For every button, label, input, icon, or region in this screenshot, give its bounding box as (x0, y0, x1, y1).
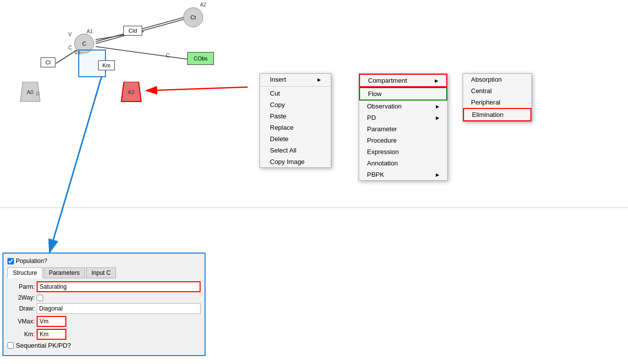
menu-item-select-all[interactable]: Select All (260, 145, 331, 156)
svg-text:C: C (68, 45, 72, 51)
panel-top-bar: Population? (7, 258, 201, 264)
submenu-pbpk[interactable]: PBPK ▶ (359, 169, 447, 180)
submenu-observation[interactable]: Observation ▶ (359, 101, 447, 112)
menu-item-delete[interactable]: Delete (260, 133, 331, 145)
menu-item-paste[interactable]: Paste (260, 110, 331, 122)
submenu-compartment[interactable]: Compartment ▶ (359, 74, 447, 87)
population-checkbox[interactable] (7, 258, 14, 264)
submenu-central[interactable]: Central (463, 85, 531, 97)
node-a3[interactable]: A3 (119, 82, 144, 103)
menu-item-replace[interactable]: Replace (260, 122, 331, 133)
2way-label: 2Way: (7, 294, 35, 301)
menu-item-copy-image[interactable]: Copy Image (260, 156, 331, 167)
node-cl[interactable]: Cl (41, 57, 55, 67)
submenu-pd[interactable]: PD ▶ (359, 112, 447, 123)
node-cid[interactable]: CId (123, 26, 142, 36)
compartment-submenu: Absorption Central Peripheral Eliminatio… (463, 73, 532, 122)
submenu-annotation[interactable]: Annotation (359, 157, 447, 169)
panel-row-parm: Parm: (7, 281, 201, 292)
svg-line-16 (146, 87, 248, 91)
panel-row-vmax: VMax: 设置名称 (7, 316, 201, 327)
svg-line-3 (96, 47, 189, 59)
svg-text:A3: A3 (128, 89, 134, 95)
vmax-label: VMax: (7, 318, 35, 325)
submenu-procedure[interactable]: Procedure (359, 135, 447, 146)
sequential-checkbox[interactable] (7, 342, 14, 349)
draw-input[interactable] (37, 303, 201, 314)
node-cobs[interactable]: CObs (187, 52, 214, 65)
menu-item-insert[interactable]: Insert (260, 74, 331, 85)
submenu-parameter[interactable]: Parameter (359, 123, 447, 135)
tab-input-c[interactable]: Input C (86, 267, 116, 278)
menu-separator-1 (260, 86, 331, 87)
svg-line-5 (56, 50, 78, 63)
context-menu: Insert Cut Copy Paste Replace Delete Sel… (260, 73, 331, 168)
menu-item-copy[interactable]: Copy (260, 99, 331, 110)
submenu-peripheral[interactable]: Peripheral (463, 97, 531, 108)
population-label: Population? (16, 258, 47, 264)
bottom-panel: Population? Structure Parameters Input C… (2, 253, 206, 356)
svg-text:A2: A2 (200, 2, 207, 7)
menu-item-cut[interactable]: Cut (260, 88, 331, 99)
panel-tabs: Structure Parameters Input C (7, 267, 201, 278)
panel-row-2way: 2Way: (7, 294, 201, 301)
a0-label: □ (36, 91, 39, 96)
parm-label: Parm: (7, 283, 35, 290)
2way-checkbox[interactable] (37, 295, 43, 301)
tab-parameters[interactable]: Parameters (44, 267, 85, 278)
svg-text:A1: A1 (87, 29, 93, 34)
sequential-label: Sequential PK/PD? (16, 342, 71, 349)
node-km[interactable]: Km (98, 60, 115, 70)
panel-row-sequential: Sequential PK/PD? (7, 342, 201, 349)
submenu-absorption[interactable]: Absorption (463, 74, 531, 85)
panel-row-km: Km: (7, 329, 201, 340)
vmax-input[interactable] (37, 316, 66, 327)
km-input[interactable] (37, 329, 66, 340)
km-label: Km: (7, 331, 35, 338)
parm-input[interactable] (37, 281, 201, 292)
svg-text:C: C (166, 52, 170, 58)
submenu-elimination[interactable]: Elimination (463, 108, 531, 121)
draw-label: Draw: (7, 305, 35, 312)
svg-text:V: V (68, 32, 72, 37)
submenu-flow[interactable]: Flow (359, 87, 447, 101)
panel-row-draw: Draw: (7, 303, 201, 314)
svg-text:A0: A0 (27, 89, 33, 95)
tab-structure[interactable]: Structure (7, 267, 43, 278)
node-ct[interactable]: Ct (183, 7, 203, 27)
insert-submenu: Compartment ▶ Flow Observation ▶ PD ▶ Pa… (359, 73, 448, 181)
submenu-expression[interactable]: Expression (359, 146, 447, 157)
